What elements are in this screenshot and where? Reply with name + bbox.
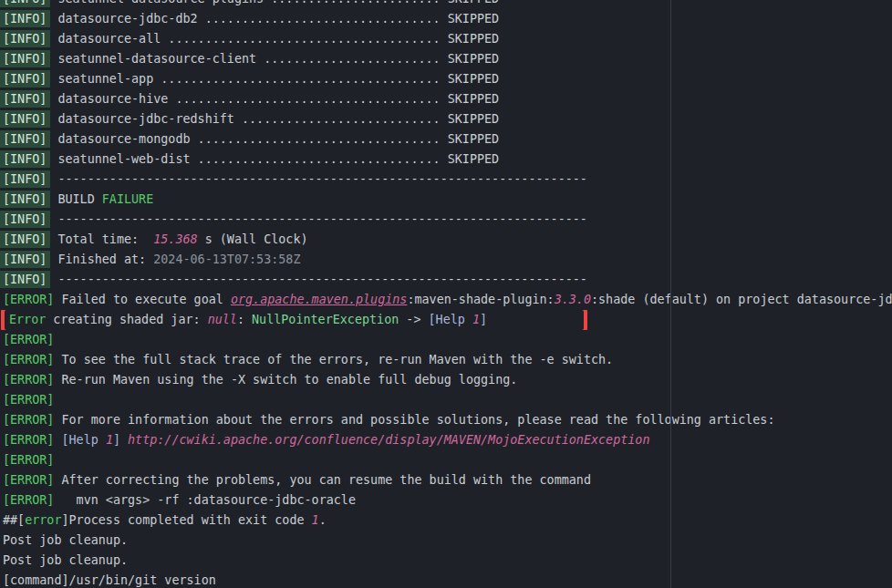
log-segment: seatunnel-app ..........................… <box>50 72 499 86</box>
log-segment: : <box>237 313 252 326</box>
log-segment: Total time: <box>50 232 153 246</box>
log-segment: datasource-mongodb .....................… <box>50 132 499 146</box>
log-segment: 1 <box>106 433 113 447</box>
log-segment: creating shaded jar: <box>46 313 207 326</box>
log-segment: For more information about the errors an… <box>54 413 774 427</box>
log-line: [INFO] seatunnel-datasource-plugins ....… <box>0 0 892 9</box>
log-segment: Post job cleanup. <box>3 553 128 567</box>
log-line: [INFO] ---------------------------------… <box>0 270 892 290</box>
error-tag: [ERROR] <box>3 433 54 447</box>
log-segment: error <box>25 513 61 527</box>
log-segment: datasource-jdbc-redshift ...............… <box>50 112 499 126</box>
info-badge: [INFO] <box>0 90 50 108</box>
log-line: [INFO] datasource-mongodb ..............… <box>0 129 892 150</box>
log-line: [ERROR] <box>0 330 892 350</box>
log-line: [ERROR] Failed to execute goal org.apach… <box>0 290 892 310</box>
log-line: [INFO] BUILD FAILURE <box>0 190 892 210</box>
log-segment: ]Process completed with exit code <box>62 513 312 527</box>
log-segment: 2024-06-13T07:53:58Z <box>153 253 300 266</box>
log-segment: ] <box>113 433 120 447</box>
log-segment: :maven-shade-plugin: <box>407 293 554 306</box>
info-badge: [INFO] <box>0 0 50 7</box>
info-badge: [INFO] <box>0 271 50 288</box>
log-line-highlighted: Error creating shaded jar: null: NullPoi… <box>0 310 892 330</box>
error-tag: [ERROR] <box>3 373 54 387</box>
log-line: [INFO] datasource-jdbc-redshift ........… <box>0 109 892 129</box>
log-segment: seatunnel-datasource-plugins ...........… <box>50 0 499 5</box>
info-badge: [INFO] <box>0 211 50 228</box>
log-segment: s (Wall Clock) <box>198 232 308 246</box>
log-line: Post job cleanup. <box>0 551 892 571</box>
log-segment: datasource-jdbc-db2 ....................… <box>50 12 499 26</box>
info-badge: [INFO] <box>0 50 50 67</box>
log-segment: 15.368 <box>153 232 197 246</box>
log-segment: After correcting the problems, you can r… <box>54 473 591 487</box>
log-line: [ERROR] To see the full stack trace of t… <box>0 350 892 370</box>
log-line: [INFO] Finished at: 2024-06-13T07:53:58Z <box>0 250 892 270</box>
log-segment: seatunnel-datasource-client ............… <box>50 52 499 66</box>
log-segment: Failed to execute goal <box>54 293 230 306</box>
log-line: ##[error]Process completed with exit cod… <box>0 511 892 531</box>
log-segment: ----------------------------------------… <box>50 172 587 186</box>
build-log-viewport: [INFO] seatunnel-datasource-plugins ....… <box>0 0 892 588</box>
log-line: [INFO] seatunnel-datasource-client .....… <box>0 49 892 69</box>
log-segment: null <box>208 313 237 326</box>
error-tag: [ERROR] <box>3 353 54 366</box>
info-badge: [INFO] <box>0 191 50 208</box>
error-tag: [ERROR] <box>3 413 54 427</box>
log-line: [ERROR] [Help 1] http://cwiki.apache.org… <box>0 430 892 450</box>
log-line: [INFO] Total time: 15.368 s (Wall Clock) <box>0 230 892 250</box>
log-segment: [Help <box>429 313 472 326</box>
log-segment: Finished at: <box>50 253 153 266</box>
log-line: [ERROR] <box>0 390 892 410</box>
log-segment: Error <box>9 313 46 326</box>
log-segment: datasource-all .........................… <box>50 32 499 46</box>
error-tag: [ERROR] <box>3 393 54 407</box>
help-link[interactable]: http://cwiki.apache.org/confluence/displ… <box>128 433 649 447</box>
log-line: [ERROR] After correcting the problems, y… <box>0 470 892 490</box>
info-badge: [INFO] <box>0 130 50 148</box>
log-line: [ERROR] mvn <args> -rf :datasource-jdbc-… <box>0 490 892 511</box>
log-segment: datasource-hive ........................… <box>50 92 499 106</box>
log-segment: 3.3.0 <box>555 293 591 306</box>
log-segment: . <box>319 513 327 527</box>
info-badge: [INFO] <box>0 251 50 268</box>
log-segment: -> <box>399 313 428 326</box>
info-badge: [INFO] <box>0 110 50 128</box>
log-segment: FAILURE <box>102 192 153 206</box>
error-tag: [ERROR] <box>3 453 54 467</box>
log-segment: seatunnel-web-dist .....................… <box>50 152 499 166</box>
log-line: [INFO] ---------------------------------… <box>0 210 892 230</box>
log-segment: org.apache.maven.plugins <box>231 293 407 306</box>
log-segment: ----------------------------------------… <box>50 273 587 286</box>
log-segment: mvn <args> -rf :datasource-jdbc-oracle <box>54 493 356 507</box>
log-segment: [Help <box>62 433 106 447</box>
log-segment: BUILD <box>50 192 101 206</box>
error-tag: [ERROR] <box>3 493 54 507</box>
log-line: [ERROR] For more information about the e… <box>0 410 892 430</box>
log-segment: 1 <box>472 313 480 326</box>
log-line: [ERROR] Re-run Maven using the -X switch… <box>0 370 892 390</box>
info-badge: [INFO] <box>0 30 50 47</box>
log-segment <box>120 433 128 447</box>
log-line: [INFO] datasource-jdbc-db2 .............… <box>0 9 892 29</box>
error-tag: [ERROR] <box>3 473 54 487</box>
error-tag: [ERROR] <box>3 293 54 306</box>
log-segment: ] <box>480 313 487 326</box>
info-badge: [INFO] <box>0 231 50 248</box>
log-line: Post job cleanup. <box>0 531 892 551</box>
log-segment <box>54 433 61 447</box>
log-segment: [command]/usr/bin/git version <box>3 573 216 587</box>
info-badge: [INFO] <box>0 170 50 188</box>
log-line: [command]/usr/bin/git version <box>0 571 892 588</box>
info-badge: [INFO] <box>0 70 50 88</box>
log-segment: To see the full stack trace of the error… <box>54 353 613 366</box>
log-line: [INFO] seatunnel-web-dist ..............… <box>0 150 892 170</box>
log-segment: ----------------------------------------… <box>50 212 587 226</box>
info-badge: [INFO] <box>0 150 50 168</box>
log-segment: Re-run Maven using the -X switch to enab… <box>54 373 517 387</box>
log-segment: ##[ <box>3 513 25 527</box>
log-line: [INFO] ---------------------------------… <box>0 170 892 190</box>
log-line: [ERROR] <box>0 450 892 470</box>
log: [INFO] seatunnel-datasource-plugins ....… <box>0 0 892 588</box>
